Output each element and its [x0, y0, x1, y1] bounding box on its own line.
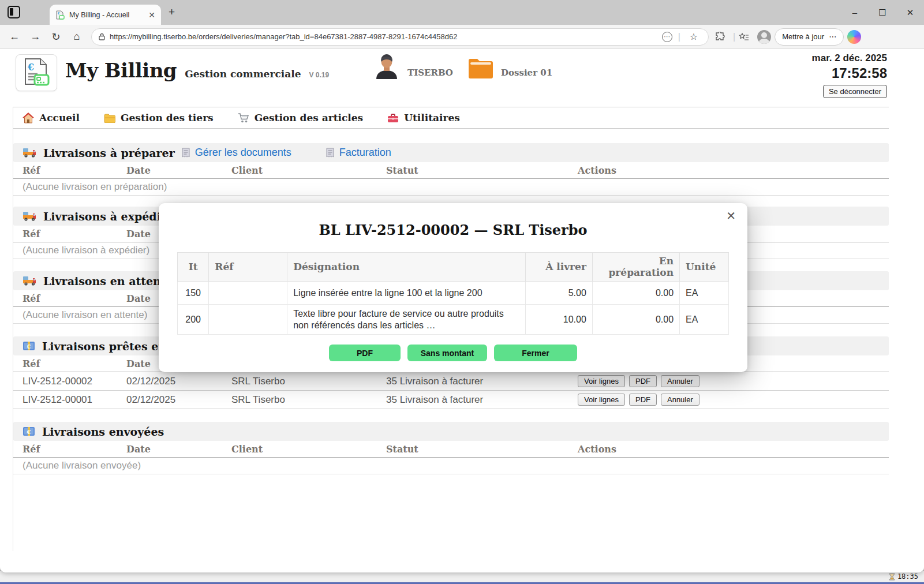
modal-pdf-button[interactable]: PDF	[329, 345, 401, 361]
tab-close-icon[interactable]: ✕	[148, 10, 155, 20]
collections-icon[interactable]	[739, 32, 754, 42]
favicon-icon: €	[55, 10, 65, 20]
forward-button[interactable]: →	[27, 31, 44, 43]
current-date: mar. 2 déc. 2025	[812, 53, 887, 64]
cell-a-livrer: 10.00	[526, 305, 592, 335]
voir-lignes-button[interactable]: Voir lignes	[578, 394, 625, 406]
update-button[interactable]: Mettre à jour ⋯	[775, 28, 844, 46]
workspace-icon[interactable]	[8, 6, 20, 18]
col-designation: Désignation	[287, 253, 526, 282]
section-title: Livraisons en attente	[43, 275, 173, 287]
current-time: 17:52:58	[812, 65, 887, 81]
taskbar-clock: 18:35	[889, 572, 918, 581]
hourglass-icon	[889, 573, 895, 581]
cell-en-preparation: 0.00	[592, 282, 679, 305]
divider: |	[678, 32, 680, 42]
section-title: Livraisons à préparer	[43, 147, 175, 159]
col-ref: Réf	[23, 293, 126, 304]
col-en-preparation: En préparation	[592, 253, 679, 282]
empty-message: (Aucune livraison envoyée)	[23, 460, 889, 471]
cell-it: 200	[178, 305, 209, 335]
reload-button[interactable]: ↻	[47, 31, 65, 43]
nav-label: Gestion des articles	[255, 112, 364, 123]
cell-client: SRL Tiserbo	[231, 394, 386, 406]
nav-item-accueil[interactable]: Accueil	[23, 112, 80, 123]
maximize-button[interactable]: ☐	[869, 0, 896, 25]
pdf-button[interactable]: PDF	[629, 394, 657, 406]
app-version: V 0.19	[309, 71, 330, 79]
link-facturation[interactable]: Facturation	[326, 147, 391, 159]
permissions-icon[interactable]: ⋯	[662, 32, 672, 42]
pdf-button[interactable]: PDF	[629, 375, 657, 387]
col-statut: Statut	[386, 165, 578, 176]
svg-text:€: €	[27, 62, 34, 73]
cell-designation: Texte libre pour facture de service ou a…	[287, 305, 526, 335]
cell-date: 02/12/2025	[126, 376, 231, 387]
cell-date: 02/12/2025	[126, 394, 231, 406]
toolbox-icon	[387, 113, 399, 123]
col-client: Client	[231, 444, 386, 455]
cell-designation: Ligne insérée entre la ligne 100 et la l…	[287, 282, 526, 305]
home-button[interactable]: ⌂	[68, 31, 85, 43]
folder-icon	[467, 57, 494, 80]
url-text: https://mybilling.tiserbo.be/orders/deli…	[110, 32, 657, 41]
link-gerer-documents[interactable]: Gérer les documents	[182, 147, 291, 159]
browser-menu-icon[interactable]: ⋯	[829, 32, 836, 41]
col-it: It	[178, 253, 209, 282]
modal-close-icon[interactable]: ✕	[726, 210, 736, 222]
cart-icon	[238, 113, 249, 123]
section-title: Livraisons à expédier	[43, 210, 174, 223]
col-a-livrer: À livrer	[526, 253, 592, 282]
logout-button[interactable]: Se déconnecter	[823, 85, 887, 98]
cell-ref: LIV-2512-00001	[23, 394, 126, 406]
copilot-icon[interactable]	[847, 30, 861, 44]
page-title: My Billing	[65, 59, 177, 82]
voir-lignes-button[interactable]: Voir lignes	[578, 375, 625, 387]
minimize-button[interactable]: –	[841, 0, 869, 25]
browser-toolbar: ← → ↻ ⌂ https://mybilling.tiserbo.be/ord…	[0, 25, 924, 49]
annuler-button[interactable]: Annuler	[661, 375, 699, 387]
cell-unite: EA	[680, 305, 729, 335]
favorite-star-icon[interactable]: ☆	[686, 31, 701, 42]
cell-a-livrer: 5.00	[526, 282, 592, 305]
table-row: LIV-2512-00001 02/12/2025 SRL Tiserbo 35…	[13, 391, 889, 409]
section-livraisons-a-preparer: Livraisons à préparer Gérer les document…	[13, 143, 889, 196]
nav-label: Gestion des tiers	[121, 112, 214, 123]
nav-item-gestion-articles[interactable]: Gestion des articles	[238, 112, 364, 123]
browser-tab[interactable]: € My Billing - Accueil ✕	[50, 5, 161, 25]
cell-it: 150	[178, 282, 209, 305]
taskbar-clock-text: 18:35	[897, 572, 918, 581]
col-actions: Actions	[578, 165, 889, 176]
col-ref: Réf	[209, 253, 287, 282]
modal-table-row: 200 Texte libre pour facture de service …	[178, 305, 729, 335]
avatar	[374, 53, 399, 79]
address-bar[interactable]: https://mybilling.tiserbo.be/orders/deli…	[91, 28, 709, 46]
cell-statut: 35 Livraison à facturer	[386, 394, 578, 406]
user-name: TISERBO	[407, 68, 453, 79]
annuler-button[interactable]: Annuler	[661, 394, 699, 406]
col-ref: Réf	[23, 444, 126, 455]
lock-icon	[99, 33, 105, 40]
modal-sans-montant-button[interactable]: Sans montant	[407, 345, 487, 361]
empty-row: (Aucune livraison en préparation)	[13, 179, 889, 196]
cell-statut: 35 Livraison à facturer	[386, 376, 578, 387]
cell-ref	[209, 282, 287, 305]
col-ref: Réf	[23, 229, 126, 239]
link-label: Facturation	[339, 147, 391, 159]
nav-item-gestion-tiers[interactable]: Gestion des tiers	[104, 112, 214, 123]
desktop: 18:35 € My Billing - Accueil ✕ + – ☐ ✕	[0, 0, 924, 584]
modal-fermer-button[interactable]: Fermer	[494, 345, 577, 361]
new-tab-button[interactable]: +	[169, 7, 175, 17]
profile-icon[interactable]	[757, 30, 771, 44]
back-button[interactable]: ←	[6, 31, 23, 43]
app-logo-icon: €	[16, 54, 57, 91]
truck-icon	[23, 275, 36, 286]
empty-message: (Aucune livraison en préparation)	[23, 181, 889, 193]
section-livraisons-envoyees: € Livraisons envoyées Réf Date Client St…	[13, 422, 889, 474]
modal-buttons: PDF Sans montant Fermer	[159, 345, 747, 361]
extensions-icon[interactable]	[714, 32, 730, 42]
col-ref: Réf	[23, 358, 126, 369]
close-button[interactable]: ✕	[896, 0, 924, 25]
nav-item-utilitaires[interactable]: Utilitaires	[387, 112, 460, 123]
dossier-name: Dossier 01	[501, 68, 552, 80]
